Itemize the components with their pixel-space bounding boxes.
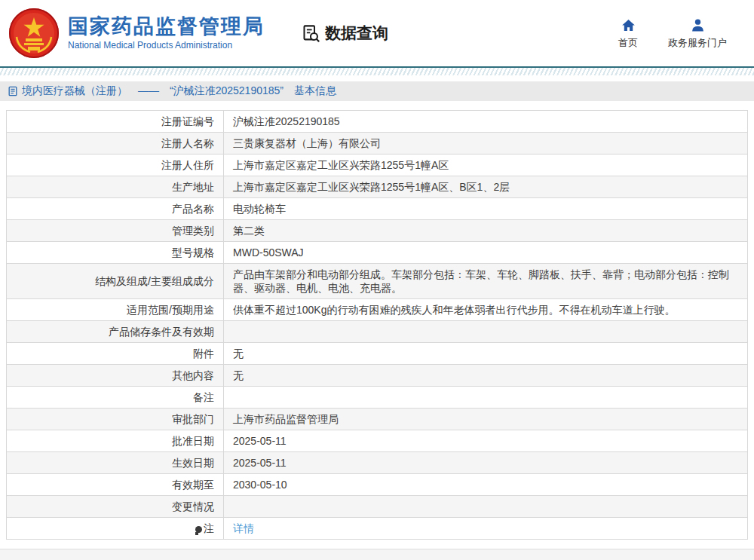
site-header: 国家药品监督管理局 National Medical Products Admi…	[0, 0, 754, 66]
row-label: 注册证编号	[7, 111, 224, 133]
row-label: 管理类别	[7, 220, 224, 242]
row-value: 第二类	[224, 220, 748, 242]
table-row: 生产地址上海市嘉定区嘉定工业区兴荣路1255号1幢A区、B区1、2层	[7, 176, 748, 198]
row-value	[224, 387, 748, 409]
site-title: 国家药品监督管理局	[68, 16, 265, 38]
row-label: 批准日期	[7, 430, 224, 452]
table-row: 产品名称电动轮椅车	[7, 198, 748, 220]
row-value	[224, 321, 748, 343]
row-label: 注	[7, 518, 224, 540]
row-label: 变更情况	[7, 496, 224, 518]
row-label: 生产地址	[7, 176, 224, 198]
data-query-icon	[301, 23, 321, 44]
row-label: 注册人名称	[7, 133, 224, 155]
nav-home[interactable]: 首页	[618, 17, 638, 50]
footer-band	[0, 549, 754, 560]
main-nav: 首页 政务服务门户	[618, 17, 746, 50]
row-label: 附件	[7, 343, 224, 365]
table-row: 型号规格MWD-50SWAJ	[7, 242, 748, 264]
hatch-band	[0, 68, 754, 75]
row-value: 上海市嘉定区嘉定工业区兴荣路1255号1幢A区	[224, 155, 748, 176]
breadcrumb: 境内医疗器械（注册） —— “沪械注准20252190185” 基本信息	[0, 81, 754, 101]
row-value: 2025-05-11	[224, 452, 748, 474]
table-row: 注册证编号沪械注准20252190185	[7, 111, 748, 133]
row-label: 有效期至	[7, 474, 224, 496]
row-value: 供体重不超过100Kg的行动有困难的残疾人和年老体弱者出行代步用。不得在机动车道…	[224, 299, 748, 321]
row-value: 电动轮椅车	[224, 198, 748, 220]
info-table-body: 注册证编号沪械注准20252190185注册人名称三贵康复器材（上海）有限公司注…	[7, 111, 748, 540]
info-table: 注册证编号沪械注准20252190185注册人名称三贵康复器材（上海）有限公司注…	[6, 110, 748, 540]
row-label: 适用范围/预期用途	[7, 299, 224, 321]
table-row: 适用范围/预期用途供体重不超过100Kg的行动有困难的残疾人和年老体弱者出行代步…	[7, 299, 748, 321]
page: 国家药品监督管理局 National Medical Products Admi…	[0, 0, 754, 560]
row-value: 上海市药品监督管理局	[224, 409, 748, 430]
row-label: 产品储存条件及有效期	[7, 321, 224, 343]
breadcrumb-doc-icon	[8, 86, 18, 96]
table-row: 注册人名称三贵康复器材（上海）有限公司	[7, 133, 748, 155]
table-row: 审批部门上海市药品监督管理局	[7, 409, 748, 430]
row-value	[224, 496, 748, 518]
row-value: 三贵康复器材（上海）有限公司	[224, 133, 748, 155]
row-label: 注册人住所	[7, 155, 224, 176]
nav-portal[interactable]: 政务服务门户	[668, 17, 727, 50]
table-row: 附件无	[7, 343, 748, 365]
table-row: 产品储存条件及有效期	[7, 321, 748, 343]
details-link[interactable]: 详情	[233, 522, 254, 534]
site-subtitle: National Medical Products Administration	[68, 40, 265, 50]
row-label: 生效日期	[7, 452, 224, 474]
row-value: 上海市嘉定区嘉定工业区兴荣路1255号1幢A区、B区1、2层	[224, 176, 748, 198]
row-label: 审批部门	[7, 409, 224, 430]
table-row: 生效日期2025-05-11	[7, 452, 748, 474]
row-label: 产品名称	[7, 198, 224, 220]
row-label: 备注	[7, 387, 224, 409]
table-row: 变更情况	[7, 496, 748, 518]
logo-group: 国家药品监督管理局 National Medical Products Admi…	[8, 7, 265, 60]
row-value: 沪械注准20252190185	[224, 111, 748, 133]
row-value: 详情	[224, 518, 748, 540]
table-row: 注详情	[7, 518, 748, 540]
table-row: 管理类别第二类	[7, 220, 748, 242]
table-row: 其他内容无	[7, 365, 748, 387]
user-icon	[690, 17, 706, 33]
row-label: 型号规格	[7, 242, 224, 264]
row-label: 结构及组成/主要组成成分	[7, 264, 224, 299]
row-value: 无	[224, 365, 748, 387]
title-block: 国家药品监督管理局 National Medical Products Admi…	[68, 16, 265, 51]
nav-home-label: 首页	[618, 36, 638, 50]
table-row: 结构及组成/主要组成成分产品由车架部分和电动部分组成。车架部分包括：车架、车轮、…	[7, 264, 748, 299]
nmpa-emblem-icon	[8, 7, 60, 60]
row-label: 其他内容	[7, 365, 224, 387]
data-query-heading: 数据查询	[301, 23, 388, 44]
data-query-label: 数据查询	[325, 23, 388, 44]
home-icon	[621, 17, 636, 33]
breadcrumb-text: 境内医疗器械（注册） —— “沪械注准20252190185” 基本信息	[22, 84, 336, 98]
row-value: 产品由车架部分和电动部分组成。车架部分包括：车架、车轮、脚踏板、扶手、靠背；电动…	[224, 264, 748, 299]
row-value: 2030-05-10	[224, 474, 748, 496]
row-value: MWD-50SWAJ	[224, 242, 748, 264]
table-row: 批准日期2025-05-11	[7, 430, 748, 452]
bulb-icon	[195, 526, 202, 533]
table-row: 注册人住所上海市嘉定区嘉定工业区兴荣路1255号1幢A区	[7, 155, 748, 176]
nav-portal-label: 政务服务门户	[668, 36, 727, 50]
row-value: 无	[224, 343, 748, 365]
table-row: 备注	[7, 387, 748, 409]
table-row: 有效期至2030-05-10	[7, 474, 748, 496]
row-value: 2025-05-11	[224, 430, 748, 452]
